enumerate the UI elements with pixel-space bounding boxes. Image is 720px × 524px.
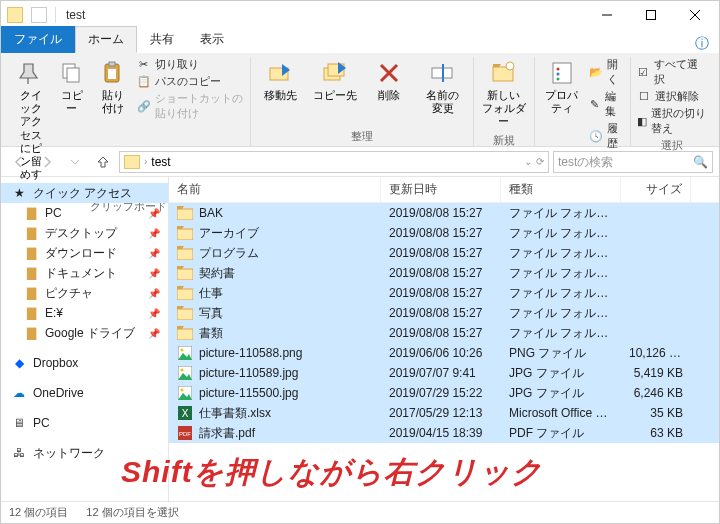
- file-row[interactable]: picture-110589.jpg2019/07/07 9:41JPG ファイ…: [169, 363, 719, 383]
- copyto-button[interactable]: コピー先: [311, 57, 359, 104]
- col-type[interactable]: 種類: [501, 177, 621, 202]
- file-date: 2019/07/07 9:41: [381, 365, 501, 381]
- sidebar-item[interactable]: ▇E:¥📌: [1, 303, 168, 323]
- select-all-button[interactable]: ☑すべて選択: [637, 57, 707, 87]
- file-name: picture-110588.png: [199, 346, 302, 360]
- pin-icon: 📌: [148, 208, 160, 219]
- file-type: PNG ファイル: [501, 344, 621, 363]
- pin-quickaccess-button[interactable]: クイック アクセス にピン留めする: [13, 57, 48, 197]
- select-none-button[interactable]: ☐選択解除: [637, 89, 707, 104]
- file-name: 契約書: [199, 265, 235, 282]
- sidebar-item[interactable]: ▇Google ドライブ📌: [1, 323, 168, 343]
- file-type: ファイル フォルダー: [501, 284, 621, 303]
- tab-view[interactable]: 表示: [187, 26, 237, 53]
- status-bar: 12 個の項目 12 個の項目を選択: [1, 501, 719, 523]
- svg-text:X: X: [182, 408, 189, 419]
- cut-button[interactable]: ✂切り取り: [137, 57, 244, 72]
- folder-icon: [124, 155, 140, 169]
- edit-button[interactable]: ✎編集: [589, 89, 624, 119]
- new-folder-button[interactable]: 新しい フォルダー: [480, 57, 528, 131]
- tab-home[interactable]: ホーム: [75, 26, 137, 53]
- sidebar-pc[interactable]: 🖥PC: [1, 413, 168, 433]
- folder-icon: [7, 7, 23, 23]
- file-row[interactable]: BAK2019/08/08 15:27ファイル フォルダー: [169, 203, 719, 223]
- sidebar-item[interactable]: ▇ダウンロード📌: [1, 243, 168, 263]
- group-new: 新しい フォルダー 新規: [474, 57, 535, 146]
- moveto-button[interactable]: 移動先: [257, 57, 305, 104]
- paste-shortcut-button[interactable]: 🔗ショートカットの貼り付け: [137, 91, 244, 121]
- file-name: 書類: [199, 325, 223, 342]
- rename-button[interactable]: 名前の 変更: [419, 57, 467, 117]
- select-invert-button[interactable]: ◧選択の切り替え: [637, 106, 707, 136]
- pdf-icon: PDF: [177, 426, 193, 440]
- file-row[interactable]: アーカイブ2019/08/08 15:27ファイル フォルダー: [169, 223, 719, 243]
- breadcrumb[interactable]: › test ⌄ ⟳: [119, 151, 549, 173]
- refresh-icon[interactable]: ⟳: [536, 156, 544, 167]
- pin-icon: 📌: [148, 328, 160, 339]
- file-type: ファイル フォルダー: [501, 224, 621, 243]
- sidebar-item[interactable]: ▇PC📌: [1, 203, 168, 223]
- file-name: プログラム: [199, 245, 259, 262]
- file-row[interactable]: picture-115500.jpg2019/07/29 15:22JPG ファ…: [169, 383, 719, 403]
- tab-share[interactable]: 共有: [137, 26, 187, 53]
- file-row[interactable]: X仕事書類.xlsx2017/05/29 12:13Microsoft Offi…: [169, 403, 719, 423]
- folder-icon: [177, 206, 193, 220]
- file-row[interactable]: PDF請求書.pdf2019/04/15 18:39PDF ファイル63 KB: [169, 423, 719, 443]
- paste-icon: [99, 59, 127, 87]
- nav-dropdown-button[interactable]: [63, 150, 87, 174]
- file-name: picture-115500.jpg: [199, 386, 298, 400]
- delete-button[interactable]: 削除: [365, 57, 413, 104]
- history-button[interactable]: 🕓履歴: [589, 121, 624, 151]
- file-row[interactable]: 書類2019/08/08 15:27ファイル フォルダー: [169, 323, 719, 343]
- search-icon[interactable]: 🔍: [693, 155, 708, 169]
- file-row[interactable]: 写真2019/08/08 15:27ファイル フォルダー: [169, 303, 719, 323]
- excel-icon: X: [177, 406, 193, 420]
- copy-path-button[interactable]: 📋パスのコピー: [137, 74, 244, 89]
- image-icon: [177, 366, 193, 380]
- maximize-button[interactable]: [629, 1, 673, 29]
- help-icon[interactable]: ⓘ: [695, 35, 709, 53]
- file-row[interactable]: 仕事2019/08/08 15:27ファイル フォルダー: [169, 283, 719, 303]
- sidebar-item[interactable]: ▇デスクトップ📌: [1, 223, 168, 243]
- chevron-down-icon[interactable]: ⌄: [524, 156, 532, 167]
- svg-point-34: [181, 389, 184, 392]
- folder-icon: [177, 226, 193, 240]
- copy-icon: [58, 59, 86, 87]
- breadcrumb-item[interactable]: test: [151, 155, 170, 169]
- copy-button[interactable]: コピー: [54, 57, 89, 117]
- file-row[interactable]: プログラム2019/08/08 15:27ファイル フォルダー: [169, 243, 719, 263]
- chevron-right-icon: ›: [144, 156, 147, 167]
- nav-up-button[interactable]: [91, 150, 115, 174]
- search-box[interactable]: 🔍: [553, 151, 713, 173]
- network-icon: 🖧: [11, 446, 27, 460]
- sidebar-quick-access[interactable]: ★ クイック アクセス: [1, 183, 168, 203]
- properties-button[interactable]: プロパティ: [541, 57, 583, 117]
- nav-back-button[interactable]: [7, 150, 31, 174]
- sidebar-item[interactable]: ▇ドキュメント📌: [1, 263, 168, 283]
- paste-button[interactable]: 貼り付け: [96, 57, 131, 117]
- shortcut-icon: 🔗: [137, 99, 151, 113]
- file-name: 写真: [199, 305, 223, 322]
- col-name[interactable]: 名前: [169, 177, 381, 202]
- file-row[interactable]: 契約書2019/08/08 15:27ファイル フォルダー: [169, 263, 719, 283]
- folder-icon: ▇: [23, 226, 39, 240]
- search-input[interactable]: [558, 155, 693, 169]
- file-type: Microsoft Office E…: [501, 405, 621, 421]
- col-size[interactable]: サイズ: [621, 177, 691, 202]
- file-type: PDF ファイル: [501, 424, 621, 443]
- col-date[interactable]: 更新日時: [381, 177, 501, 202]
- folder-icon: ▇: [23, 286, 39, 300]
- file-date: 2017/05/29 12:13: [381, 405, 501, 421]
- sidebar-onedrive[interactable]: ☁OneDrive: [1, 383, 168, 403]
- rename-icon: [429, 59, 457, 87]
- folder-icon: ▇: [23, 306, 39, 320]
- file-row[interactable]: picture-110588.png2019/06/06 10:26PNG ファ…: [169, 343, 719, 363]
- tab-file[interactable]: ファイル: [1, 26, 75, 53]
- close-button[interactable]: [673, 1, 717, 29]
- sidebar-item[interactable]: ▇ピクチャ📌: [1, 283, 168, 303]
- nav-forward-button[interactable]: [35, 150, 59, 174]
- minimize-button[interactable]: [585, 1, 629, 29]
- file-size: 5,419 KB: [621, 365, 691, 381]
- sidebar-dropbox[interactable]: ◆Dropbox: [1, 353, 168, 373]
- open-button[interactable]: 📂開く: [589, 57, 624, 87]
